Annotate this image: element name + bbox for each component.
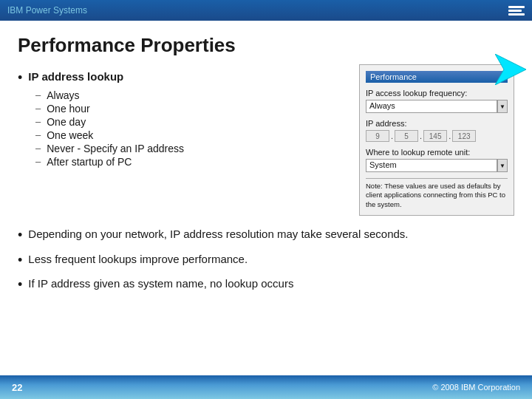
bullet-section: • IP address lookup – Always – One hour …	[18, 70, 344, 216]
dialog-note: Note: These values are used as defaults …	[366, 178, 508, 209]
lower-bullets: • Depending on your network, IP address …	[18, 228, 514, 293]
header-title: IBM Power Systems	[7, 5, 87, 16]
dialog-box: Performance IP access lookup frequency: …	[359, 64, 514, 216]
bullet-network-text: Depending on your network, IP address re…	[28, 228, 408, 240]
main-content: Performance Properties • IP address look…	[0, 21, 532, 310]
bullet-dot-4: •	[18, 277, 22, 293]
ibm-bar-3	[508, 13, 525, 16]
cyan-arrow	[495, 54, 526, 88]
dialog-title-bar: Performance	[366, 71, 508, 83]
ip-field-1[interactable]: 9	[366, 130, 389, 142]
dash-2: –	[35, 103, 41, 114]
ibm-logo-bars	[508, 6, 525, 16]
ibm-bar-2	[508, 10, 522, 12]
ip-field-4[interactable]: 123	[452, 130, 476, 142]
sub-item-label-one-day: One day	[47, 116, 86, 128]
dialog-remote-arrow[interactable]: ▼	[497, 159, 508, 172]
sub-item-after-startup: – After startup of PC	[35, 156, 344, 168]
bullet-dot-3: •	[18, 253, 22, 269]
sub-item-label-one-hour: One hour	[47, 103, 89, 115]
sub-item-label-always: Always	[47, 89, 79, 101]
dialog-label-frequency: IP access lookup frequency:	[366, 89, 508, 98]
bullet-if-ip-text: If IP address given as system name, no l…	[28, 277, 293, 290]
bullet-label-1: IP address lookup	[28, 70, 123, 83]
svg-marker-0	[495, 54, 526, 85]
ip-address-fields: 9 . 5 . 145 . 123	[366, 130, 508, 142]
dash-5: –	[35, 143, 41, 154]
sub-item-label-one-week: One week	[47, 129, 93, 141]
dialog-remote-select[interactable]: System	[366, 159, 497, 172]
bullet-dot-1: •	[18, 70, 22, 86]
footer-copyright: © 2008 IBM Corporation	[432, 383, 520, 392]
sub-item-one-week: – One week	[35, 129, 344, 141]
ibm-logo	[508, 6, 525, 16]
ip-dot-3: .	[449, 132, 451, 140]
ip-field-2[interactable]: 5	[395, 130, 418, 142]
ip-field-3[interactable]: 145	[423, 130, 447, 142]
sub-item-one-day: – One day	[35, 116, 344, 128]
bullet-dot-2: •	[18, 228, 22, 244]
dash-4: –	[35, 129, 41, 140]
arrow-svg	[495, 54, 526, 85]
dash-1: –	[35, 89, 41, 100]
page-title: Performance Properties	[18, 34, 514, 57]
bullet-ip-address-lookup: • IP address lookup	[18, 70, 344, 86]
sub-items-list: – Always – One hour – One day – One week…	[35, 89, 344, 168]
sub-item-one-hour: – One hour	[35, 103, 344, 115]
dialog-label-remote: Where to lookup remote unit:	[366, 148, 508, 157]
dash-3: –	[35, 116, 41, 127]
content-area: • IP address lookup – Always – One hour …	[18, 70, 514, 216]
sub-item-never: – Never - Specify an IP address	[35, 143, 344, 154]
bullet-less-frequent-text: Less frequent lookups improve performanc…	[28, 253, 248, 265]
footer-page-number: 22	[12, 382, 22, 393]
ibm-bar-1	[508, 6, 525, 8]
ip-dot-2: .	[420, 132, 422, 140]
bullet-network: • Depending on your network, IP address …	[18, 228, 514, 244]
header-bar: IBM Power Systems	[0, 0, 532, 21]
dash-6: –	[35, 156, 41, 167]
bullet-less-frequent: • Less frequent lookups improve performa…	[18, 253, 514, 269]
dialog-panel: Performance IP access lookup frequency: …	[359, 64, 514, 216]
dialog-frequency-row: Always ▼	[366, 100, 508, 113]
dialog-label-ip: IP address:	[366, 119, 508, 128]
sub-item-always: – Always	[35, 89, 344, 101]
ip-dot-1: .	[391, 132, 393, 140]
dialog-frequency-select[interactable]: Always	[366, 100, 497, 113]
dialog-remote-row: System ▼	[366, 159, 508, 172]
footer: 22 © 2008 IBM Corporation	[0, 375, 532, 399]
sub-item-label-never: Never - Specify an IP address	[47, 143, 184, 154]
bullet-if-ip: • If IP address given as system name, no…	[18, 277, 514, 293]
dialog-frequency-arrow[interactable]: ▼	[497, 100, 508, 113]
sub-item-label-after-startup: After startup of PC	[47, 156, 132, 168]
